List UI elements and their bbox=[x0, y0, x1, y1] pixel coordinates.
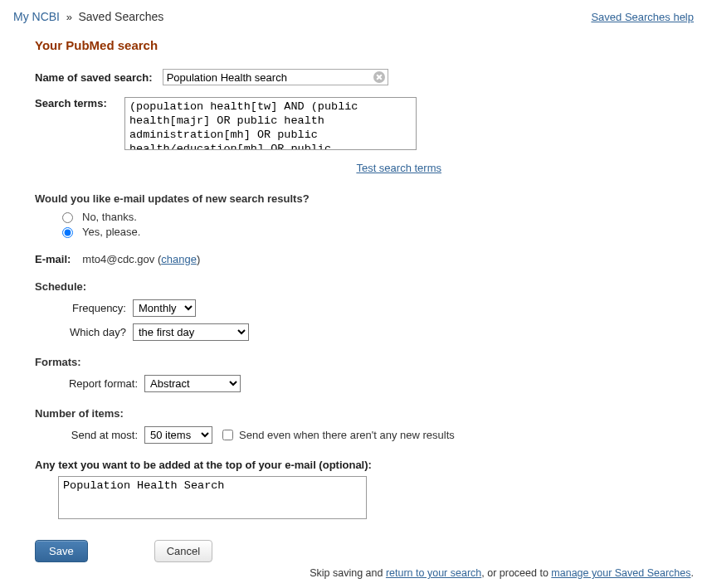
breadcrumb-bar: My NCBI » Saved Searches Saved Searches … bbox=[13, 10, 694, 23]
email-value: mto4@cdc.gov bbox=[82, 253, 154, 265]
test-search-link[interactable]: Test search terms bbox=[356, 162, 441, 174]
send-at-most-select[interactable]: 50 items bbox=[144, 426, 212, 444]
email-updates-question: Would you like e-mail updates of new sea… bbox=[35, 192, 685, 205]
page-title: Your PubMed search bbox=[35, 38, 685, 52]
cancel-button[interactable]: Cancel bbox=[154, 540, 212, 562]
which-day-label: Which day? bbox=[58, 326, 126, 338]
schedule-heading: Schedule: bbox=[35, 280, 685, 293]
email-label: E-mail: bbox=[35, 253, 71, 265]
search-name-input[interactable] bbox=[163, 69, 388, 85]
body-text-label: Any text you want to be added at the top… bbox=[35, 459, 685, 471]
save-button[interactable]: Save bbox=[35, 540, 88, 562]
report-format-select[interactable]: Abstract bbox=[144, 375, 241, 392]
items-heading: Number of items: bbox=[35, 407, 685, 420]
breadcrumb-current: Saved Searches bbox=[78, 10, 163, 23]
radio-no-label[interactable]: No, thanks. bbox=[58, 210, 685, 223]
report-format-label: Report format: bbox=[58, 377, 138, 390]
send-even-checkbox[interactable] bbox=[222, 430, 233, 440]
breadcrumb-my-ncbi[interactable]: My NCBI bbox=[13, 10, 60, 23]
breadcrumb-sep: » bbox=[63, 11, 76, 23]
manage-saved-searches-link[interactable]: manage your Saved Searches bbox=[551, 567, 690, 579]
which-day-select[interactable]: the first day bbox=[133, 323, 249, 341]
change-email-link[interactable]: change bbox=[161, 253, 197, 265]
frequency-label: Frequency: bbox=[58, 302, 126, 314]
email-body-textarea[interactable] bbox=[58, 476, 367, 519]
radio-yes[interactable] bbox=[62, 227, 73, 238]
clear-name-icon[interactable] bbox=[373, 71, 385, 83]
send-at-most-label: Send at most: bbox=[58, 429, 138, 441]
help-link[interactable]: Saved Searches help bbox=[591, 11, 694, 23]
radio-yes-label[interactable]: Yes, please. bbox=[58, 225, 685, 238]
send-even-label: Send even when there aren't any new resu… bbox=[239, 429, 455, 441]
terms-label: Search terms: bbox=[35, 97, 115, 109]
radio-no-text: No, thanks. bbox=[82, 211, 137, 223]
footer-text: Skip saving and return to your search, o… bbox=[13, 567, 694, 579]
formats-heading: Formats: bbox=[35, 356, 685, 368]
frequency-select[interactable]: Monthly bbox=[133, 299, 196, 317]
radio-yes-text: Yes, please. bbox=[82, 226, 140, 238]
search-terms-textarea[interactable] bbox=[124, 97, 417, 150]
name-label: Name of saved search: bbox=[35, 71, 153, 84]
radio-no[interactable] bbox=[62, 212, 73, 223]
return-to-search-link[interactable]: return to your search bbox=[386, 567, 481, 579]
